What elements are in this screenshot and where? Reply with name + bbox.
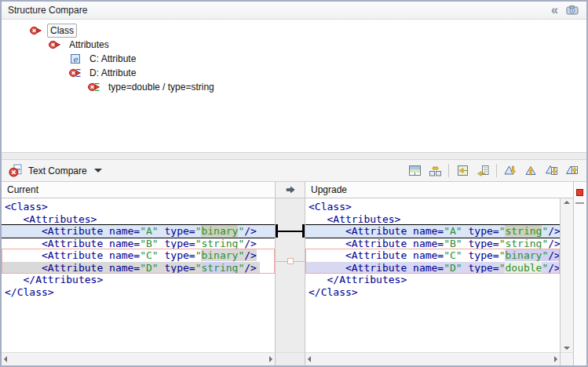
code-line[interactable]: <Attribute name="D" type="double"/> (305, 262, 560, 274)
text-compare-panes: Current Upgrade <Class> <Attributes> <At… (2, 182, 586, 365)
next-difference-icon[interactable] (500, 162, 520, 180)
tree-item-label: C: Attribute (86, 52, 139, 66)
code-line[interactable]: </Class> (305, 286, 560, 299)
scroll-up-icon[interactable] (564, 201, 570, 204)
code-line[interactable]: <Attributes> (305, 213, 560, 226)
left-horizontal-scrollbar[interactable] (2, 352, 276, 365)
copy-change-right-to-left-icon[interactable] (473, 162, 493, 180)
center-connector-column (276, 198, 305, 352)
compare-editor-window: Structure Compare « Class Attributes e C (0, 0, 588, 367)
diff-marker[interactable] (576, 189, 583, 196)
code-line[interactable]: <Attribute name="D" type="string"/> (2, 262, 275, 274)
swap-panes-icon[interactable] (425, 162, 445, 180)
code-line[interactable]: <Class> (2, 201, 275, 213)
scrollbar-corner (561, 352, 574, 365)
selected-diff-connector (277, 231, 303, 232)
tree-item-label: D: Attribute (86, 66, 139, 80)
code-line[interactable]: </Attributes> (2, 274, 275, 286)
next-change-icon[interactable] (541, 162, 561, 180)
conflict-property-icon (88, 81, 101, 93)
connector-cap (302, 224, 305, 238)
text-compare-toolbar: e Text Compare (2, 160, 586, 182)
scrollbar-gap (276, 352, 305, 365)
right-arrow-icon[interactable] (285, 184, 296, 195)
tree-item-type-change[interactable]: type=double / type=string (2, 80, 586, 94)
camera-icon[interactable] (566, 4, 579, 16)
collapse-icon[interactable]: « (551, 5, 557, 15)
left-pane-header: Current (2, 182, 276, 198)
conflict-element-icon (69, 67, 82, 79)
tree-item-d-attribute[interactable]: D: Attribute (2, 66, 586, 80)
code-line[interactable]: </Attributes> (305, 274, 560, 286)
switch-view-icon[interactable] (404, 162, 425, 180)
ruler-position-indicator (575, 202, 584, 204)
tree-item-class[interactable]: Class (2, 24, 586, 38)
right-code-editor[interactable]: <Class> <Attributes> <Attribute name="A"… (305, 198, 561, 352)
conflict-change-icon (30, 24, 43, 37)
tree-item-label: Attributes (66, 38, 112, 52)
xml-element-icon: e (69, 53, 82, 65)
copy-all-right-to-left-icon[interactable] (452, 162, 473, 180)
tree-item-label: type=double / type=string (105, 80, 217, 94)
direction-header (276, 182, 305, 198)
diff-overview-ruler (574, 182, 586, 365)
code-line[interactable]: </Class> (2, 286, 275, 299)
tree-item-label: Class (47, 24, 77, 38)
tree-item-attributes[interactable]: Attributes (2, 38, 586, 52)
code-line[interactable]: <Attribute name="C" type="binary"/> (305, 249, 560, 262)
structure-compare-actions: « (551, 4, 586, 16)
conflict-diff-handle[interactable] (287, 258, 294, 264)
right-pane-header: Upgrade (305, 182, 574, 198)
code-line[interactable]: <Attribute name="C" type="binary"/> (2, 249, 275, 262)
conflict-change-icon (49, 38, 62, 51)
scroll-right-icon[interactable] (554, 356, 557, 362)
text-compare-title: Text Compare (28, 165, 87, 176)
structure-compare-title: Structure Compare (2, 5, 551, 16)
left-pane-title: Current (7, 184, 38, 195)
vertical-scrollbar[interactable] (561, 198, 574, 352)
splitter-sash[interactable] (2, 152, 586, 160)
scroll-down-icon[interactable] (564, 347, 570, 350)
tree-item-c-attribute[interactable]: e C: Attribute (2, 52, 586, 66)
viewer-menu-dropdown-icon[interactable] (94, 169, 102, 176)
code-line[interactable]: <Attribute name="B" type="string"/> (305, 238, 560, 250)
text-compare-icon: e (9, 164, 22, 177)
toolbar-separator (448, 164, 449, 177)
right-horizontal-scrollbar[interactable] (305, 352, 561, 365)
structure-compare-header: Structure Compare « (2, 2, 586, 20)
code-line[interactable]: <Class> (305, 201, 560, 213)
left-code-editor[interactable]: <Class> <Attributes> <Attribute name="A"… (2, 198, 276, 352)
code-line[interactable]: <Attributes> (2, 213, 275, 226)
right-pane-title: Upgrade (311, 184, 347, 195)
previous-difference-icon[interactable] (520, 162, 541, 180)
code-line[interactable]: <Attribute name="A" type="string"/> (305, 225, 560, 238)
code-line[interactable]: <Attribute name="A" type="binary"/> (2, 225, 275, 238)
previous-change-icon[interactable] (561, 162, 582, 180)
scroll-right-icon[interactable] (269, 356, 272, 362)
code-line[interactable]: <Attribute name="B" type="string"/> (2, 238, 275, 250)
toolbar-separator (496, 164, 497, 177)
scroll-left-icon[interactable] (308, 356, 311, 362)
scroll-left-icon[interactable] (4, 356, 7, 362)
structure-compare-tree: Class Attributes e C: Attribute D: Attri… (2, 20, 586, 152)
